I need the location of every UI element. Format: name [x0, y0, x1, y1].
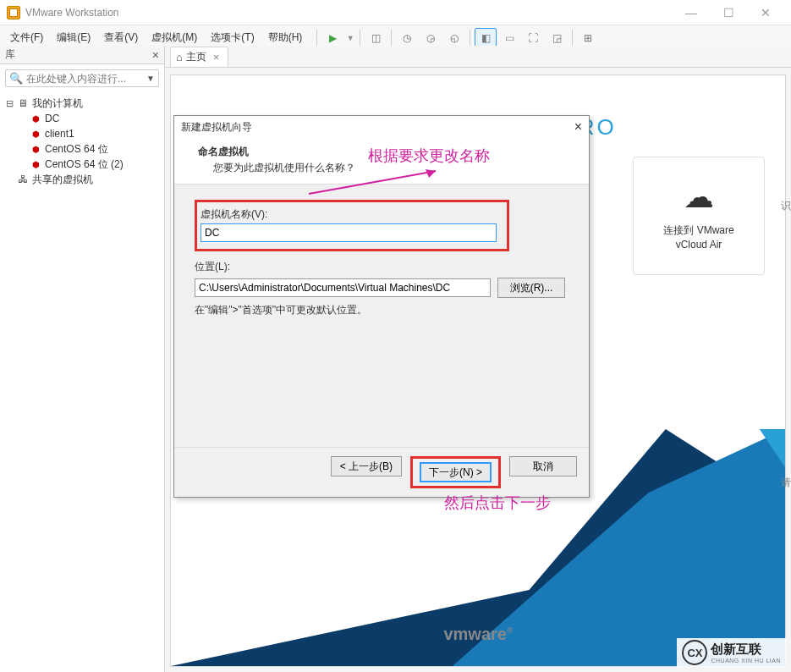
snapshot-icon[interactable]: ◫	[365, 28, 387, 48]
new-vm-wizard-dialog: 新建虚拟机向导 × 命名虚拟机 您要为此虚拟机使用什么名称？ 虚拟机名称(V):…	[173, 115, 590, 498]
back-button[interactable]: < 上一步(B)	[331, 456, 402, 476]
watermark-text: 创新互联	[711, 642, 781, 658]
cloud-icon: ☁	[684, 179, 714, 215]
location-hint: 在"编辑">"首选项"中可更改默认位置。	[195, 303, 569, 317]
tree-shared-vms[interactable]: 🖧 共享的虚拟机	[5, 172, 164, 187]
tree-label: CentOS 64 位 (2)	[45, 157, 124, 172]
collapse-icon[interactable]: ⊟	[5, 98, 14, 109]
watermark-sub: CHUANG XIN HU LIAN	[711, 658, 781, 664]
window-controls: — ☐ ✕	[673, 1, 784, 25]
menu-vm[interactable]: 虚拟机(M)	[145, 29, 204, 47]
expand-icon[interactable]	[5, 174, 14, 185]
tab-label: 主页	[186, 50, 206, 64]
sidebar-header: 库 ×	[0, 46, 164, 64]
close-button[interactable]: ✕	[747, 1, 784, 25]
sidebar: 库 × 🔍 ▼ ⊟ 🖥 我的计算机 ⬢ DC ⬢ client1 ⬢	[0, 46, 165, 672]
search-input[interactable]	[26, 73, 146, 85]
vm-icon: ⬢	[29, 143, 42, 155]
menu-file[interactable]: 文件(F)	[3, 29, 50, 47]
vcloud-card[interactable]: ☁ 连接到 VMware vCloud Air	[633, 157, 765, 275]
view-fullscreen-icon[interactable]: ⛶	[522, 28, 544, 48]
location-label: 位置(L):	[195, 260, 569, 274]
computer-icon: 🖥	[16, 97, 30, 109]
view-unity-icon[interactable]: ◲	[546, 28, 568, 48]
tree-my-computer[interactable]: ⊟ 🖥 我的计算机	[5, 96, 164, 111]
dialog-header: 命名虚拟机 您要为此虚拟机使用什么名称？	[174, 138, 589, 185]
vmware-logo: vmware®	[443, 625, 512, 644]
menu-tabs[interactable]: 选项卡(T)	[204, 29, 261, 47]
tab-close-icon[interactable]: ×	[213, 51, 220, 63]
sidebar-close-icon[interactable]: ×	[152, 48, 159, 62]
dialog-title: 新建虚拟机向导	[181, 120, 252, 135]
snap3-icon[interactable]: ◵	[443, 28, 465, 48]
dialog-titlebar: 新建虚拟机向导 ×	[174, 116, 589, 138]
tree-label: 共享的虚拟机	[32, 173, 93, 187]
vm-name-highlight: 虚拟机名称(V):	[195, 200, 509, 251]
dialog-body: 虚拟机名称(V): 位置(L): 浏览(R)... 在"编辑">"首选项"中可更…	[174, 185, 589, 447]
dialog-close-icon[interactable]: ×	[574, 119, 582, 135]
vm-icon: ⬢	[29, 113, 42, 124]
tree-label: CentOS 64 位	[45, 142, 108, 157]
vm-icon: ⬢	[29, 128, 42, 140]
main-area: 库 × 🔍 ▼ ⊟ 🖥 我的计算机 ⬢ DC ⬢ client1 ⬢	[0, 46, 791, 672]
snap1-icon[interactable]: ◷	[396, 28, 418, 48]
vm-name-label: 虚拟机名称(V):	[200, 207, 498, 222]
dialog-footer: < 上一步(B) 下一步(N) > 取消	[174, 447, 589, 497]
browse-button[interactable]: 浏览(R)...	[497, 278, 565, 298]
card-text: 连接到 VMware vCloud Air	[663, 223, 733, 252]
power-dropdown-icon[interactable]: ▼	[345, 28, 355, 48]
home-icon: ⌂	[176, 51, 183, 63]
vm-name-input[interactable]	[200, 223, 497, 242]
next-button[interactable]: 下一步(N) >	[420, 462, 492, 482]
tree-vm-centos1[interactable]: ⬢ CentOS 64 位	[5, 141, 164, 157]
menu-help[interactable]: 帮助(H)	[261, 29, 310, 47]
library-tree: ⊟ 🖥 我的计算机 ⬢ DC ⬢ client1 ⬢ CentOS 64 位 ⬢…	[0, 92, 164, 187]
power-on-icon[interactable]: ▶	[321, 28, 343, 48]
minimize-button[interactable]: —	[673, 1, 710, 25]
cancel-button[interactable]: 取消	[509, 456, 577, 476]
view-console-icon[interactable]: ▭	[498, 28, 520, 48]
view-thumbnails-icon[interactable]: ⊞	[577, 28, 599, 48]
sidebar-search[interactable]: 🔍 ▼	[5, 69, 159, 87]
tree-label: client1	[45, 128, 74, 140]
search-dropdown-icon[interactable]: ▼	[146, 74, 155, 83]
snap2-icon[interactable]: ◶	[420, 28, 442, 48]
tab-bar: ⌂ 主页 ×	[165, 46, 791, 68]
view-sidebar-icon[interactable]: ◧	[475, 28, 497, 48]
tree-vm-client1[interactable]: ⬢ client1	[5, 126, 164, 141]
tree-vm-dc[interactable]: ⬢ DC	[5, 111, 164, 126]
dialog-subheading: 您要为此虚拟机使用什么名称？	[198, 159, 575, 175]
app-icon	[7, 6, 20, 19]
sidebar-title: 库	[5, 47, 15, 62]
menu-view[interactable]: 查看(V)	[97, 29, 145, 47]
vm-icon: ⬢	[29, 158, 42, 170]
tree-vm-centos2[interactable]: ⬢ CentOS 64 位 (2)	[5, 157, 164, 172]
maximize-button[interactable]: ☐	[710, 1, 747, 25]
shared-icon: 🖧	[16, 174, 30, 185]
tree-label: 我的计算机	[32, 96, 83, 111]
title-bar: VMware Workstation — ☐ ✕	[0, 0, 791, 25]
watermark: CX 创新互联 CHUANG XIN HU LIAN	[677, 638, 786, 667]
next-highlight: 下一步(N) >	[410, 456, 501, 488]
location-input[interactable]	[195, 278, 491, 297]
tab-home[interactable]: ⌂ 主页 ×	[170, 47, 228, 67]
dialog-heading: 命名虚拟机	[198, 145, 575, 159]
search-icon: 🔍	[9, 72, 23, 85]
menu-edit[interactable]: 编辑(E)	[50, 29, 97, 47]
right-collapsed-tabs: 识 请	[781, 68, 791, 621]
tree-label: DC	[45, 113, 59, 124]
content-area: ⌂ 主页 × WORKSTATION™ 12 PRO ☁ 连接到 VMware …	[165, 46, 791, 672]
watermark-icon: CX	[682, 640, 707, 665]
window-title: VMware Workstation	[25, 7, 673, 19]
